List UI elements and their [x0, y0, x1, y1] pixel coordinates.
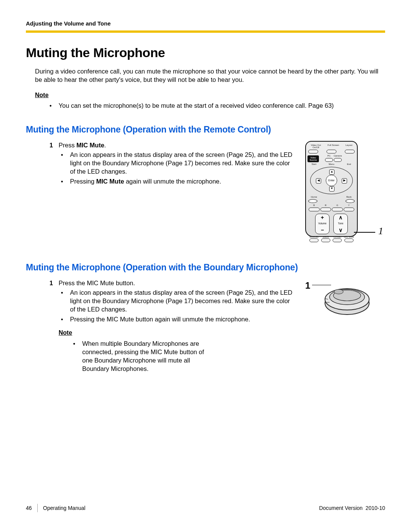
mic-note-bullet: When multiple Boundary Microphones are c…	[73, 339, 214, 373]
page-footer: 46 Operating Manual Document Version 201…	[26, 504, 385, 512]
remote-button	[346, 199, 355, 203]
remote-bullet-2: Pressing MIC Mute again will unmute the …	[61, 177, 297, 185]
note-bullet: You can set the microphone(s) to be mute…	[49, 101, 355, 110]
arrow-right-icon: ▶	[342, 178, 347, 184]
remote-label-layout: Layout	[343, 144, 355, 146]
section-heading-remote: Muting the Microphone (Operation with th…	[26, 124, 385, 136]
arrow-up-icon: ▲	[329, 169, 335, 175]
remote-label-b: B	[308, 204, 320, 206]
note-label: Note	[59, 329, 297, 337]
remote-label-r: R	[320, 204, 332, 206]
section-header: Adjusting the Volume and Tone	[26, 20, 385, 27]
remote-button	[327, 150, 336, 153]
remote-button	[333, 238, 342, 242]
step-1-remote: 1 Press MIC Mute.	[49, 141, 297, 149]
callout-leader-line	[312, 285, 331, 286]
remote-button	[334, 158, 342, 162]
step-number: 1	[49, 279, 53, 287]
remote-label-multicast: Multicast	[309, 236, 319, 238]
step-1-mic: 1 Press the MIC Mute button.	[49, 279, 297, 287]
step-text-prefix: Press	[59, 142, 76, 149]
remote-button	[309, 208, 320, 211]
remote-label-start: Start	[308, 163, 320, 165]
boundary-mic-illustration: 1	[305, 279, 383, 324]
remote-label-status: Status	[322, 236, 329, 238]
remote-label-home: Home	[308, 196, 320, 198]
intro-paragraph: During a video conference call, you can …	[35, 67, 385, 84]
chevron-down-icon: ∨	[339, 227, 342, 233]
remote-label-mic-mute: MIC Mute	[344, 236, 354, 238]
doc-version-label: Document Version	[319, 505, 362, 511]
svg-point-4	[334, 289, 343, 294]
step-text-bold: MIC Mute	[76, 142, 104, 149]
step-text: Press the MIC Mute button.	[59, 280, 135, 286]
remote-button	[321, 238, 330, 242]
header-underline	[26, 30, 385, 33]
remote-label-camera: Camera	[334, 155, 342, 157]
remote-label-video-source: Video Source	[307, 155, 319, 162]
remote-label-end: End	[343, 163, 355, 165]
remote-button	[308, 199, 317, 203]
doc-name: Operating Manual	[43, 505, 85, 512]
arrow-left-icon: ◀	[316, 178, 321, 184]
minus-icon: −	[321, 227, 324, 233]
page-number: 46	[26, 505, 32, 512]
section-heading-mic: Muting the Microphone (Operation with th…	[26, 262, 385, 273]
remote-label-g: G	[331, 204, 343, 206]
remote-label-tone: Tone	[338, 222, 343, 225]
remote-label-full-screen: Full Screen	[326, 144, 341, 146]
remote-control-illustration: Video OutOn/Off Full Screen Layout PCCam…	[305, 141, 383, 242]
chevron-up-icon: ∧	[339, 215, 342, 220]
bullet2-prefix: Pressing	[70, 178, 96, 185]
remote-button	[345, 150, 355, 153]
footer-divider	[37, 504, 38, 512]
remote-button	[332, 208, 343, 211]
remote-button	[308, 150, 318, 153]
callout-number-mic: 1	[305, 280, 310, 292]
remote-button	[325, 158, 333, 162]
remote-label-pc: PC	[325, 155, 333, 157]
mic-bullet-2: Pressing the MIC Mute button again will …	[61, 315, 297, 323]
plus-icon: +	[321, 215, 324, 220]
remote-label-back: Back	[343, 196, 355, 198]
remote-button	[320, 208, 331, 211]
bullet2-bold: MIC Mute	[96, 178, 124, 185]
boundary-mic-icon	[305, 280, 374, 318]
remote-label-on-off: On/Off	[308, 146, 323, 149]
remote-label-contact: Contact	[333, 236, 341, 238]
page-title: Muting the Microphone	[26, 44, 385, 62]
step-text-suffix: .	[104, 142, 106, 149]
callout-leader-line	[354, 232, 375, 233]
remote-button	[309, 238, 319, 242]
remote-label-y: Y	[343, 204, 355, 206]
remote-label-menu: Menu	[320, 163, 343, 165]
arrow-down-icon: ▼	[329, 186, 335, 192]
mic-bullet-1: An icon appears in the status display ar…	[61, 288, 297, 314]
remote-volume-rocker: + Volume −	[315, 214, 330, 234]
remote-dpad: ▲ ▼ ◀ ▶ Enter	[310, 167, 353, 194]
callout-number-remote: 1	[378, 224, 383, 238]
remote-enter-button: Enter	[326, 175, 337, 186]
step-number: 1	[49, 141, 53, 149]
bullet2-suffix: again will unmute the microphone.	[124, 178, 221, 185]
note-label: Note	[35, 91, 385, 99]
doc-version-value: 2010-10	[366, 505, 385, 511]
remote-button	[344, 208, 355, 211]
remote-bullet-1: An icon appears in the status display ar…	[61, 150, 297, 176]
remote-label-volume: Volume	[318, 222, 327, 225]
remote-mic-mute-button	[344, 238, 354, 242]
remote-tone-rocker: ∧ Tone ∨	[333, 214, 348, 234]
